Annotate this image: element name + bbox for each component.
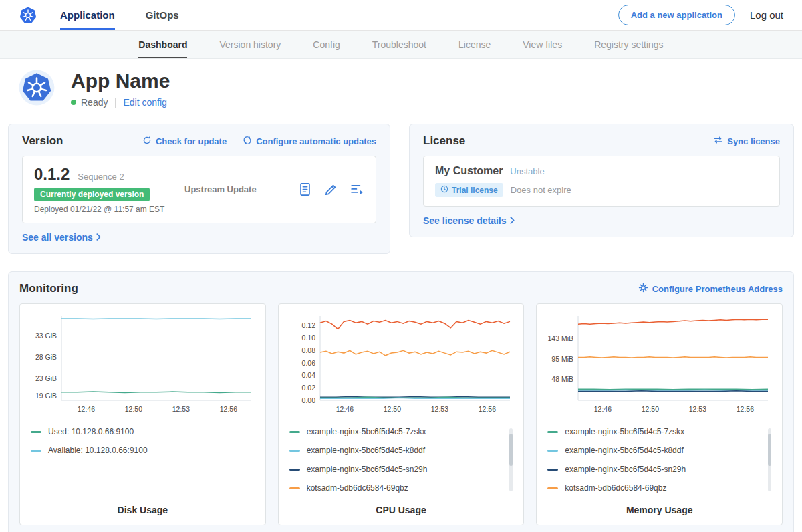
license-expiry: Does not expire [511, 185, 571, 195]
legend-label: example-nginx-5bc6f5d4c5-k8ddf [565, 446, 683, 455]
kubernetes-logo-icon[interactable] [19, 0, 37, 30]
legend-swatch [31, 431, 41, 433]
subnav-config[interactable]: Config [313, 31, 340, 58]
subnav-license[interactable]: License [458, 31, 491, 58]
chart-title: Disk Usage [28, 498, 257, 515]
legend-label: Available: 10.128.0.66:9100 [48, 446, 148, 455]
see-all-versions-link[interactable]: See all versions [22, 232, 101, 243]
svg-text:12:53: 12:53 [689, 405, 706, 413]
chevron-right-icon [96, 232, 101, 243]
channel-label: Unstable [510, 166, 544, 176]
deployed-timestamp: Deployed 01/21/22 @ 11:57 am EST [34, 205, 184, 214]
scrollbar-thumb[interactable] [768, 434, 771, 467]
svg-text:0.04: 0.04 [301, 371, 315, 379]
legend-item: example-nginx-5bc6f5d4c5-7zskx [289, 427, 516, 436]
app-status-label: Ready [81, 97, 108, 108]
svg-text:0.06: 0.06 [301, 359, 315, 367]
legend-scrollbar[interactable] [509, 428, 513, 491]
svg-text:0.12: 0.12 [301, 321, 315, 329]
memory-usage-legend: example-nginx-5bc6f5d4c5-7zskxexample-ng… [547, 427, 774, 493]
legend-item: example-nginx-5bc6f5d4c5-k8ddf [289, 446, 516, 455]
auto-update-icon [243, 136, 252, 147]
legend-label: kotsadm-5db6dc6584-69qbz [565, 483, 666, 493]
legend-swatch [31, 450, 41, 452]
configure-prometheus-link[interactable]: Configure Prometheus Address [638, 283, 783, 295]
tab-gitops[interactable]: GitOps [146, 0, 179, 30]
subnav-dashboard[interactable]: Dashboard [138, 31, 187, 58]
monitoring-card: Monitoring Configure [8, 271, 794, 532]
add-application-button[interactable]: Add a new application [618, 5, 735, 25]
app-logo-icon [19, 70, 55, 108]
trial-license-badge: Trial license [435, 183, 503, 197]
legend-item: kotsadm-5db6dc6584-69qbz [547, 483, 774, 493]
current-version-box: 0.1.2 Sequence 2 Currently deployed vers… [22, 156, 376, 223]
disk-usage-chart: 19 GiB23 GiB28 GiB33 GiB12:4612:5012:531… [28, 312, 255, 418]
license-details-box: My Customer Unstable Trial license Does … [423, 156, 780, 207]
chart-title: Memory Usage [545, 498, 774, 515]
clock-icon [440, 185, 448, 195]
refresh-icon [142, 136, 152, 147]
chart-title: CPU Usage [287, 498, 516, 515]
scrollbar-thumb[interactable] [509, 434, 513, 467]
configure-automatic-updates-link[interactable]: Configure automatic updates [243, 136, 376, 147]
version-number: 0.1.2 [34, 165, 70, 183]
deploy-logs-icon[interactable] [350, 183, 364, 196]
tab-application[interactable]: Application [60, 0, 115, 30]
svg-text:12:53: 12:53 [430, 405, 448, 413]
svg-text:28 GiB: 28 GiB [35, 353, 57, 361]
svg-text:0.02: 0.02 [301, 384, 315, 392]
license-card-title: License [423, 134, 465, 148]
subnav-registry-settings[interactable]: Registry settings [594, 31, 663, 58]
license-card: License Sync license My Customer Unstabl… [409, 124, 794, 237]
legend-label: kotsadm-5db6dc6584-69qbz [307, 483, 408, 493]
cpu-usage-panel: 0.000.020.040.060.080.100.1212:4612:5012… [278, 303, 525, 525]
disk-usage-legend: Used: 10.128.0.66:9100Available: 10.128.… [31, 427, 257, 455]
legend-item: example-nginx-5bc6f5d4c5-7zskx [547, 427, 774, 436]
legend-scrollbar[interactable] [768, 428, 771, 491]
subnav-version-history[interactable]: Version history [219, 31, 281, 58]
memory-usage-chart: 48 MiB95 MiB143 MiB12:4612:5012:5312:56 [545, 312, 772, 418]
svg-text:12:46: 12:46 [594, 405, 612, 413]
legend-swatch [289, 469, 300, 471]
svg-text:19 GiB: 19 GiB [35, 392, 57, 400]
svg-text:23 GiB: 23 GiB [35, 374, 57, 382]
legend-swatch [547, 450, 558, 452]
legend-item: Used: 10.128.0.66:9100 [31, 427, 257, 436]
svg-text:0.10: 0.10 [301, 334, 315, 342]
release-notes-icon[interactable] [299, 182, 311, 196]
svg-text:12:56: 12:56 [478, 405, 495, 413]
status-dot-icon [71, 100, 76, 105]
legend-label: example-nginx-5bc6f5d4c5-sn29h [565, 464, 686, 474]
edit-config-icon[interactable] [324, 183, 338, 196]
version-sequence: Sequence 2 [78, 172, 124, 182]
subnav-troubleshoot[interactable]: Troubleshoot [372, 31, 426, 58]
legend-item: example-nginx-5bc6f5d4c5-k8ddf [547, 446, 774, 455]
deployed-version-badge: Currently deployed version [34, 188, 150, 201]
edit-config-link[interactable]: Edit config [123, 97, 166, 108]
logout-link[interactable]: Log out [750, 9, 783, 21]
top-navbar: Application GitOps Add a new application… [0, 0, 802, 31]
chevron-right-icon [510, 215, 515, 226]
legend-label: example-nginx-5bc6f5d4c5-k8ddf [307, 446, 425, 455]
top-tabs: Application GitOps [60, 0, 179, 30]
svg-text:12:56: 12:56 [737, 405, 754, 413]
legend-item: Available: 10.128.0.66:9100 [31, 446, 257, 455]
version-card-title: Version [22, 134, 63, 148]
legend-swatch [547, 487, 558, 489]
svg-text:12:50: 12:50 [383, 405, 400, 413]
subnav-view-files[interactable]: View files [523, 31, 562, 58]
svg-text:0.00: 0.00 [301, 396, 315, 404]
sync-icon [713, 136, 723, 146]
legend-item: example-nginx-5bc6f5d4c5-sn29h [289, 464, 516, 474]
legend-item: kotsadm-5db6dc6584-69qbz [289, 483, 516, 493]
svg-text:143 MiB: 143 MiB [548, 334, 574, 342]
sync-license-link[interactable]: Sync license [713, 136, 780, 146]
app-subnav: Dashboard Version history Config Trouble… [0, 31, 802, 59]
legend-swatch [289, 487, 300, 489]
legend-swatch [289, 450, 300, 452]
legend-label: example-nginx-5bc6f5d4c5-7zskx [307, 427, 426, 436]
customer-name: My Customer [435, 165, 503, 177]
check-for-update-link[interactable]: Check for update [142, 136, 227, 147]
see-license-details-link[interactable]: See license details [423, 215, 515, 226]
svg-text:33 GiB: 33 GiB [35, 331, 57, 340]
